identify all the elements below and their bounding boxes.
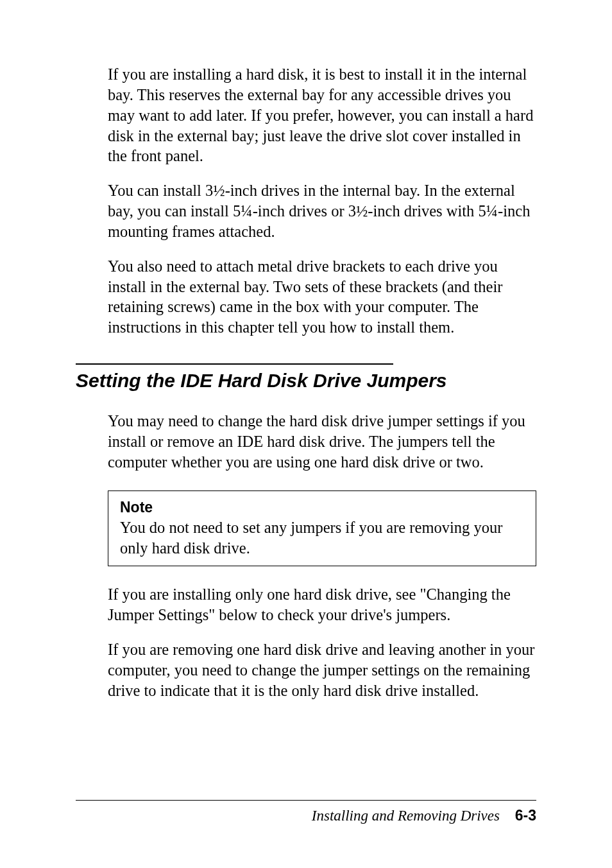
page-footer: Installing and Removing Drives 6-3 xyxy=(76,800,536,824)
body-paragraph-2: You can install 3½-inch drives in the in… xyxy=(108,180,536,242)
note-box: Note You do not need to set any jumpers … xyxy=(108,490,536,567)
body-paragraph-4: You may need to change the hard disk dri… xyxy=(108,411,536,473)
footer-text: Installing and Removing Drives 6-3 xyxy=(76,807,536,824)
footer-chapter-title: Installing and Removing Drives xyxy=(312,808,500,824)
body-paragraph-5: If you are installing only one hard disk… xyxy=(108,584,536,625)
body-paragraph-6: If you are removing one hard disk drive … xyxy=(108,639,536,701)
note-title: Note xyxy=(120,499,524,516)
footer-divider xyxy=(76,800,536,801)
section-heading: Setting the IDE Hard Disk Drive Jumpers xyxy=(76,370,536,392)
body-paragraph-3: You also need to attach metal drive brac… xyxy=(108,256,536,338)
note-text: You do not need to set any jumpers if yo… xyxy=(120,517,524,559)
section-divider xyxy=(76,363,393,365)
page-number: 6-3 xyxy=(515,807,536,824)
body-paragraph-1: If you are installing a hard disk, it is… xyxy=(108,64,536,166)
